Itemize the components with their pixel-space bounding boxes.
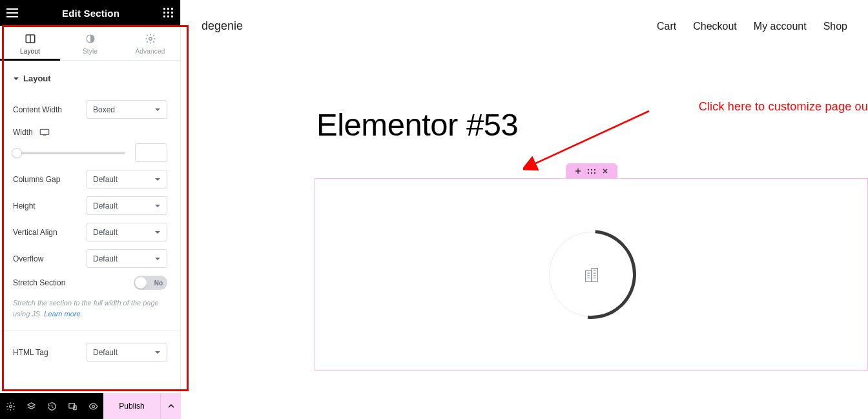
row-html-tag: HTML Tag Default — [13, 343, 167, 362]
toggle-stretch[interactable]: No — [134, 276, 167, 290]
style-icon — [85, 33, 96, 45]
row-overflow: Overflow Default — [13, 249, 167, 268]
nav-shop[interactable]: Shop — [823, 21, 847, 32]
row-content-width: Content Width Boxed — [13, 100, 167, 119]
close-icon — [602, 168, 608, 174]
slider-width-wrap — [13, 143, 167, 162]
gear-icon — [145, 33, 156, 45]
tab-advanced[interactable]: Advanced — [120, 26, 180, 60]
menu-icon[interactable] — [6, 8, 18, 17]
nav-cart[interactable]: Cart — [657, 21, 676, 32]
layers-icon — [26, 402, 36, 411]
widgets-grid-icon[interactable] — [163, 8, 174, 18]
select-vertical-align-value: Default — [93, 228, 118, 237]
plus-icon — [575, 168, 581, 174]
label-content-width: Content Width — [13, 105, 62, 114]
select-overflow-value: Default — [93, 254, 118, 263]
tab-layout-label: Layout — [0, 48, 60, 55]
history-icon — [47, 402, 57, 411]
select-content-width-value: Boxed — [93, 105, 115, 114]
grip-icon — [588, 169, 595, 174]
input-width[interactable] — [135, 143, 167, 162]
panel-body: Layout Content Width Boxed Width Columns… — [0, 61, 180, 393]
slider-width[interactable] — [13, 145, 125, 161]
row-columns-gap: Columns Gap Default — [13, 170, 167, 189]
add-section-button[interactable] — [574, 167, 582, 175]
annotation-text: Click here to customize page ou — [699, 100, 868, 114]
label-height: Height — [13, 201, 36, 210]
chevron-down-icon — [154, 107, 161, 113]
gear-icon — [6, 402, 16, 411]
tab-layout[interactable]: Layout — [0, 26, 60, 60]
caret-down-icon — [13, 76, 19, 82]
footer-responsive-button[interactable] — [62, 393, 83, 419]
chevron-down-icon — [154, 176, 161, 183]
chevron-down-icon — [154, 229, 161, 236]
preview-canvas: degenie Cart Checkout My account Shop El… — [181, 0, 868, 419]
section-wrapper — [315, 163, 868, 371]
select-height-value: Default — [93, 201, 118, 210]
section-box[interactable] — [315, 178, 868, 371]
page-title: Elementor #53 — [316, 107, 518, 143]
accordion-layout[interactable]: Layout — [13, 61, 167, 92]
panel-tabs: Layout Style Advanced — [0, 26, 180, 61]
responsive-icon — [68, 402, 78, 411]
footer-preview-button[interactable] — [83, 393, 103, 419]
site-brand[interactable]: degenie — [202, 19, 243, 33]
footer-history-button[interactable] — [41, 393, 62, 419]
delete-section-button[interactable] — [601, 167, 609, 175]
label-vertical-align: Vertical Align — [13, 228, 57, 237]
accordion-title: Layout — [23, 74, 51, 83]
separator — [0, 331, 180, 331]
section-handle[interactable] — [566, 163, 617, 179]
select-html-tag-value: Default — [93, 348, 118, 357]
select-vertical-align[interactable]: Default — [87, 223, 167, 241]
tab-style[interactable]: Style — [60, 26, 120, 60]
footer-navigator-button[interactable] — [21, 393, 41, 419]
chevron-down-icon — [154, 256, 161, 262]
chevron-up-icon — [168, 403, 174, 409]
label-width: Width — [13, 128, 33, 137]
tab-style-label: Style — [60, 48, 120, 55]
select-height[interactable]: Default — [87, 196, 167, 215]
spinner-icon — [528, 212, 654, 337]
select-columns-gap[interactable]: Default — [87, 170, 167, 189]
select-overflow[interactable]: Default — [87, 249, 167, 268]
stretch-help-body: Stretch the section to the full width of… — [13, 299, 159, 318]
stretch-help-text: Stretch the section to the full width of… — [13, 298, 167, 319]
row-width: Width — [13, 128, 167, 137]
edit-section-button[interactable] — [588, 167, 595, 175]
loading-widget — [549, 232, 634, 317]
toggle-stretch-value: No — [154, 280, 163, 287]
nav-my-account[interactable]: My account — [754, 21, 807, 32]
footer-settings-button[interactable] — [0, 393, 21, 419]
chevron-down-icon — [154, 203, 161, 209]
row-height: Height Default — [13, 196, 167, 215]
svg-rect-4 — [40, 129, 48, 134]
tab-advanced-label: Advanced — [120, 48, 180, 55]
site-navlinks: Cart Checkout My account Shop — [657, 21, 847, 32]
panel-header: Edit Section — [0, 0, 180, 26]
panel-title: Edit Section — [62, 8, 119, 19]
learn-more-link[interactable]: Learn more. — [44, 310, 82, 318]
panel-footer: Publish — [0, 393, 181, 419]
layout-icon — [25, 33, 36, 45]
chevron-down-icon — [154, 349, 161, 356]
select-html-tag[interactable]: Default — [87, 343, 167, 362]
eye-icon — [88, 402, 98, 411]
svg-point-6 — [9, 405, 12, 407]
select-columns-gap-value: Default — [93, 175, 118, 184]
desktop-icon[interactable] — [39, 128, 50, 136]
row-vertical-align: Vertical Align Default — [13, 223, 167, 241]
svg-line-10 — [533, 111, 649, 165]
editor-panel: Edit Section Layout Style Advanced — [0, 0, 181, 393]
label-html-tag: HTML Tag — [13, 348, 48, 357]
svg-point-3 — [149, 37, 152, 41]
publish-options-button[interactable] — [160, 393, 181, 419]
publish-button[interactable]: Publish — [103, 393, 160, 419]
label-stretch: Stretch Section — [13, 278, 65, 287]
nav-checkout[interactable]: Checkout — [693, 21, 737, 32]
select-content-width[interactable]: Boxed — [87, 100, 167, 119]
svg-point-9 — [92, 405, 94, 407]
site-topnav: degenie Cart Checkout My account Shop — [181, 19, 868, 33]
